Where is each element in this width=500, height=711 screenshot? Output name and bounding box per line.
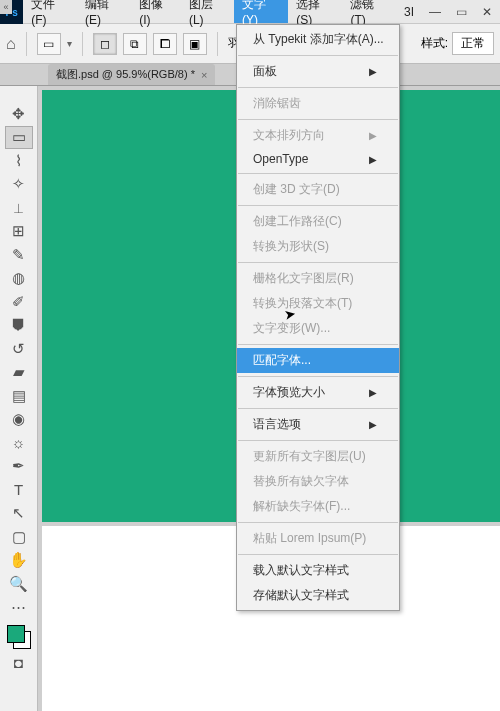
menu-entry[interactable]: OpenType▶: [237, 148, 399, 170]
selection-add-icon[interactable]: ⧉: [123, 33, 147, 55]
color-swatches[interactable]: [5, 623, 33, 651]
path-select-icon[interactable]: ↖: [5, 502, 33, 526]
crop-tool-icon[interactable]: ⟂: [5, 196, 33, 220]
dodge-tool-icon[interactable]: ☼: [5, 431, 33, 455]
menu-item[interactable]: 选择(S): [288, 0, 342, 23]
wand-tool-icon[interactable]: ✧: [5, 173, 33, 197]
menu-entry-label: 替换所有缺欠字体: [253, 473, 349, 490]
menu-item[interactable]: 图层(L): [181, 0, 234, 23]
menu-entry-label: OpenType: [253, 152, 308, 166]
menu-entry-label: 语言选项: [253, 416, 301, 433]
close-icon[interactable]: ×: [201, 69, 207, 81]
menu-entry[interactable]: 存储默认文字样式: [237, 583, 399, 608]
menu-entry[interactable]: 面板▶: [237, 59, 399, 84]
maximize-button[interactable]: ▭: [448, 0, 474, 23]
history-brush-icon[interactable]: ↺: [5, 337, 33, 361]
menu-entry[interactable]: 从 Typekit 添加字体(A)...: [237, 27, 399, 52]
frame-tool-icon[interactable]: ⊞: [5, 220, 33, 244]
document-tab-label: 截图.psd @ 95.9%(RGB/8) *: [56, 67, 195, 82]
submenu-arrow-icon: ▶: [369, 66, 377, 77]
quickmask-icon[interactable]: ◘: [5, 651, 33, 675]
menu-entry-label: 从 Typekit 添加字体(A)...: [253, 31, 384, 48]
menu-entry-label: 匹配字体...: [253, 352, 311, 369]
menu-entry-label: 存储默认文字样式: [253, 587, 349, 604]
menu-entry[interactable]: 语言选项▶: [237, 412, 399, 437]
menu-entry-label: 粘贴 Lorem Ipsum(P): [253, 530, 366, 547]
submenu-arrow-icon: ▶: [369, 419, 377, 430]
menu-entry-label: 消除锯齿: [253, 95, 301, 112]
menu-separator: [238, 87, 398, 88]
edit-toolbar-icon[interactable]: ⋯: [5, 596, 33, 620]
menu-item[interactable]: 3I: [396, 0, 422, 23]
submenu-arrow-icon: ▶: [369, 130, 377, 141]
menu-entry: 栅格化文字图层(R): [237, 266, 399, 291]
style-select[interactable]: 正常: [452, 32, 494, 55]
menu-entry-label: 文本排列方向: [253, 127, 325, 144]
menu-entry[interactable]: 字体预览大小▶: [237, 380, 399, 405]
eyedropper-tool-icon[interactable]: ✎: [5, 243, 33, 267]
lasso-tool-icon[interactable]: ⌇: [5, 149, 33, 173]
menu-item[interactable]: 滤镜(T): [342, 0, 396, 23]
menu-separator: [238, 119, 398, 120]
menu-entry[interactable]: 匹配字体...: [237, 348, 399, 373]
menu-separator: [238, 554, 398, 555]
chevron-down-icon[interactable]: ▾: [67, 38, 72, 49]
menu-entry-label: 创建 3D 文字(D): [253, 181, 340, 198]
foreground-swatch[interactable]: [7, 625, 25, 643]
menu-item[interactable]: 文字(Y): [234, 0, 288, 23]
menu-entry: 替换所有缺欠字体: [237, 469, 399, 494]
zoom-tool-icon[interactable]: 🔍: [5, 572, 33, 596]
menu-item[interactable]: 图像(I): [131, 0, 181, 23]
selection-subtract-icon[interactable]: ⧠: [153, 33, 177, 55]
submenu-arrow-icon: ▶: [369, 387, 377, 398]
type-tool-icon[interactable]: T: [5, 478, 33, 502]
menu-separator: [238, 262, 398, 263]
brush-tool-icon[interactable]: ✐: [5, 290, 33, 314]
tool-column: « ✥ ▭ ⌇ ✧ ⟂ ⊞ ✎ ◍ ✐ ⛊ ↺ ▰ ▤ ◉ ☼ ✒ T ↖ ▢ …: [0, 86, 38, 711]
menu-entry-label: 创建工作路径(C): [253, 213, 342, 230]
selection-new-icon[interactable]: ◻: [93, 33, 117, 55]
collapse-handle[interactable]: «: [0, 0, 12, 14]
menu-item[interactable]: 文件(F): [23, 0, 77, 23]
menu-entry-label: 载入默认文字样式: [253, 562, 349, 579]
menu-separator: [238, 522, 398, 523]
menu-separator: [238, 205, 398, 206]
menu-separator: [238, 440, 398, 441]
menu-item[interactable]: 编辑(E): [77, 0, 131, 23]
menu-entry: 更新所有文字图层(U): [237, 444, 399, 469]
eraser-tool-icon[interactable]: ▰: [5, 361, 33, 385]
stamp-tool-icon[interactable]: ⛊: [5, 314, 33, 338]
minimize-button[interactable]: —: [422, 0, 448, 23]
menu-entry: 转换为段落文本(T): [237, 291, 399, 316]
selection-intersect-icon[interactable]: ▣: [183, 33, 207, 55]
healing-tool-icon[interactable]: ◍: [5, 267, 33, 291]
marquee-tool-icon[interactable]: ▭: [5, 126, 33, 150]
menu-separator: [238, 173, 398, 174]
menu-entry-label: 字体预览大小: [253, 384, 325, 401]
marquee-rect-icon[interactable]: ▭: [37, 33, 61, 55]
move-tool-icon[interactable]: ✥: [5, 102, 33, 126]
menu-entry: 文字变形(W)...: [237, 316, 399, 341]
home-icon[interactable]: ⌂: [6, 35, 16, 53]
menu-entry: 创建工作路径(C): [237, 209, 399, 234]
blur-tool-icon[interactable]: ◉: [5, 408, 33, 432]
menu-entry: 解析缺失字体(F)...: [237, 494, 399, 519]
pen-tool-icon[interactable]: ✒: [5, 455, 33, 479]
submenu-arrow-icon: ▶: [369, 154, 377, 165]
style-label: 样式:: [421, 35, 448, 52]
menu-entry-label: 转换为段落文本(T): [253, 295, 352, 312]
menu-separator: [238, 344, 398, 345]
close-button[interactable]: ✕: [474, 0, 500, 23]
shape-tool-icon[interactable]: ▢: [5, 525, 33, 549]
gradient-tool-icon[interactable]: ▤: [5, 384, 33, 408]
menu-entry[interactable]: 载入默认文字样式: [237, 558, 399, 583]
menu-entry: 文本排列方向▶: [237, 123, 399, 148]
menu-separator: [238, 376, 398, 377]
mouse-cursor-icon: ➤: [283, 305, 298, 323]
menu-entry-label: 更新所有文字图层(U): [253, 448, 366, 465]
window-controls: — ▭ ✕: [422, 0, 500, 23]
hand-tool-icon[interactable]: ✋: [5, 549, 33, 573]
menu-entry: 粘贴 Lorem Ipsum(P): [237, 526, 399, 551]
document-tab[interactable]: 截图.psd @ 95.9%(RGB/8) * ×: [48, 64, 215, 85]
menu-separator: [238, 55, 398, 56]
